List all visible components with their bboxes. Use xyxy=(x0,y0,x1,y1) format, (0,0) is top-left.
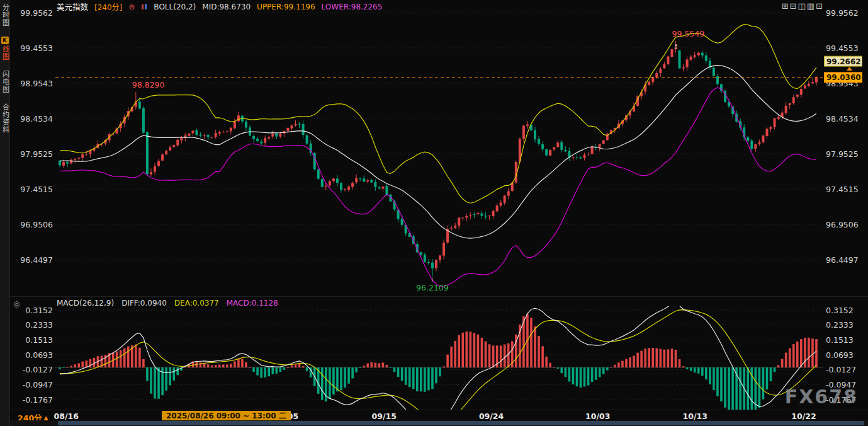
symbol-name: 美元指数 xyxy=(57,1,88,13)
svg-text:10/22: 10/22 xyxy=(791,412,816,421)
timeframe-up-arrow-icon: ▲ xyxy=(44,415,48,421)
layout-rows-icon[interactable]: ▥ xyxy=(807,1,814,11)
svg-text:09/15: 09/15 xyxy=(372,412,397,421)
svg-text:0.2333: 0.2333 xyxy=(826,320,854,330)
chart-canvas[interactable]: 99.956299.956299.455399.455398.954398.95… xyxy=(0,0,868,426)
boll-label: BOLL(20,2) xyxy=(154,3,196,11)
svg-text:99.9562: 99.9562 xyxy=(20,8,53,18)
svg-text:10/03: 10/03 xyxy=(585,412,610,421)
svg-text:08/16: 08/16 xyxy=(54,412,79,421)
macd-diff-line xyxy=(60,302,816,426)
watermark: FX678 xyxy=(785,386,858,408)
candle-style-icon[interactable] xyxy=(141,3,147,10)
svg-text:0.0693: 0.0693 xyxy=(25,350,53,360)
svg-text:98.8290: 98.8290 xyxy=(132,80,165,89)
svg-text:96.9506: 96.9506 xyxy=(826,220,859,229)
sidebar-item-kline-chart[interactable]: K 线图 xyxy=(1,37,9,60)
boll-upper-line xyxy=(60,25,816,204)
layout-single-icon[interactable]: ⊡ xyxy=(816,1,823,11)
svg-text:0.3152: 0.3152 xyxy=(826,306,854,315)
layout-split-v-icon[interactable]: ◫ xyxy=(798,1,806,11)
sidebar-item-label: 分时图 xyxy=(1,4,9,26)
svg-text:98.4534: 98.4534 xyxy=(20,114,53,124)
current-price-box: 99.0360 xyxy=(825,72,862,83)
svg-text:98.9543: 98.9543 xyxy=(20,79,53,88)
sidebar-item-label: 合约资料 xyxy=(1,103,9,134)
svg-text:-0.0947: -0.0947 xyxy=(23,380,53,389)
svg-text:0.1513: 0.1513 xyxy=(25,335,53,345)
gridlines xyxy=(0,13,868,410)
svg-text:99.5549: 99.5549 xyxy=(672,29,705,38)
sidebar-item-time-chart[interactable]: 分时图 xyxy=(1,4,9,26)
macd-layer xyxy=(55,302,823,426)
layout-controls: ⊞ ⊟ ◫ ▥ ⊡ xyxy=(782,1,823,11)
svg-text:-0.0127: -0.0127 xyxy=(23,365,53,374)
svg-text:0.3152: 0.3152 xyxy=(25,306,53,315)
boll-mid-line xyxy=(60,66,816,238)
svg-text:-0.1767: -0.1767 xyxy=(23,395,53,405)
svg-text:0.0693: 0.0693 xyxy=(826,350,854,360)
sidebar: 分时图 K 线图 闪电图 合约资料 xyxy=(0,0,10,426)
svg-text:96.2109: 96.2109 xyxy=(416,283,449,292)
axis-labels: 99.956299.956299.455399.455398.954398.95… xyxy=(20,8,858,405)
reference-price-box: 99.2662 xyxy=(825,56,862,66)
svg-text:09/24: 09/24 xyxy=(479,412,504,421)
boll-mid-value: MID:98.6730 xyxy=(202,3,251,11)
indicator-cycle-icon[interactable]: ◎ xyxy=(13,299,20,308)
svg-text:0.1513: 0.1513 xyxy=(826,335,854,345)
svg-text:96.9506: 96.9506 xyxy=(20,220,53,229)
macd-macd-value: MACD:0.1128 xyxy=(227,299,278,308)
svg-text:96.4497: 96.4497 xyxy=(20,255,53,265)
svg-text:97.9525: 97.9525 xyxy=(826,149,859,159)
boll-upper-value: UPPER:99.1196 xyxy=(257,3,315,11)
price-up-arrow-icon xyxy=(847,67,852,71)
timeframe-badge[interactable]: [240分] xyxy=(94,1,122,12)
sidebar-item-contract-info[interactable]: 合约资料 xyxy=(1,103,9,134)
svg-text:99.0360: 99.0360 xyxy=(826,73,861,82)
layout-grid-icon[interactable]: ⊞ xyxy=(782,1,789,11)
layout-split-h-icon[interactable]: ⊟ xyxy=(790,1,797,11)
macd-header: MACD(26,12,9) DIFF:0.0940 DEA:0.0377 MAC… xyxy=(57,299,278,308)
sidebar-item-label: 闪电图 xyxy=(1,71,9,93)
macd-dea-line xyxy=(60,310,816,424)
svg-text:-0.0127: -0.0127 xyxy=(826,365,856,374)
chart-header: 美元指数 [240分] ⊜ BOLL(20,2) MID:98.6730 UPP… xyxy=(57,2,382,11)
bollinger-bands xyxy=(60,25,816,287)
svg-text:10/13: 10/13 xyxy=(683,412,707,421)
trading-app-window: 分时图 K 线图 闪电图 合约资料 美元指数 [240分] ⊜ BOLL(20,… xyxy=(0,0,868,426)
svg-text:99.9562: 99.9562 xyxy=(826,8,859,18)
boll-lower-value: LOWER:98.2265 xyxy=(322,3,383,11)
k-line-icon: K xyxy=(1,37,9,44)
svg-text:0.2333: 0.2333 xyxy=(25,320,53,330)
svg-text:98.4534: 98.4534 xyxy=(826,114,859,124)
svg-text:96.4497: 96.4497 xyxy=(826,255,859,265)
svg-text:97.9525: 97.9525 xyxy=(20,149,53,159)
svg-text:↑: ↑ xyxy=(674,43,679,51)
horizontal-scrollbar[interactable] xyxy=(0,420,868,426)
svg-text:99.4553: 99.4553 xyxy=(20,43,53,53)
svg-text:97.4515: 97.4515 xyxy=(826,185,859,194)
crosshair-time-info: 2025/08/26 09:00 ~ 13:00 二 xyxy=(162,411,291,421)
macd-dea-value: DEA:0.0377 xyxy=(174,299,219,308)
refresh-icon[interactable]: ⊜ xyxy=(128,3,135,11)
scrollbar-thumb[interactable] xyxy=(58,421,864,425)
macd-label: MACD(26,12,9) xyxy=(57,299,114,308)
macd-diff-value: DIFF:0.0940 xyxy=(121,299,167,308)
svg-text:99.2662: 99.2662 xyxy=(826,57,861,66)
svg-text:97.4515: 97.4515 xyxy=(20,185,53,194)
boll-lower-line xyxy=(60,88,816,287)
sidebar-item-label: 线图 xyxy=(1,45,9,60)
price-markers: 98.829099.5549↑96.2109 xyxy=(132,29,704,292)
candles-layer xyxy=(59,41,818,277)
svg-text:99.4553: 99.4553 xyxy=(826,43,859,53)
sidebar-item-lightning-chart[interactable]: 闪电图 xyxy=(1,71,9,93)
